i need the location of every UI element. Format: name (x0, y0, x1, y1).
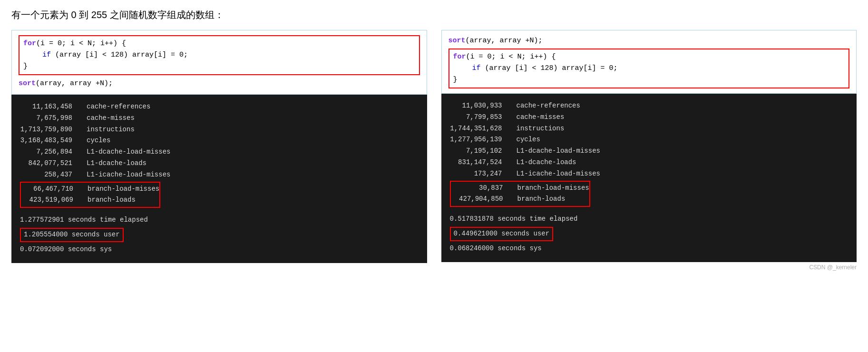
right-terminal-row-1: 11,030,933 cache-references (450, 100, 848, 112)
right-terminal-branch-1: 30,837 branch-load-misses (451, 183, 589, 194)
left-terminal-elapsed: 1.277572901 seconds time elapsed (20, 214, 419, 227)
left-terminal-row-6: 842,077,521 L1-dcache-loads (20, 158, 419, 169)
left-code-box: for(i = 0; i < N; i++) { if (array [i] <… (11, 30, 427, 95)
right-terminal-row-6: 831,147,524 L1-dcache-loads (450, 157, 848, 168)
right-code-red-box: for(i = 0; i < N; i++) { if (array [i] <… (449, 49, 850, 88)
left-terminal-row-2: 7,675,998 cache-misses (20, 113, 419, 124)
right-code-line-3: } (453, 74, 845, 86)
right-terminal-branch-2: 427,904,850 branch-loads (451, 194, 589, 205)
left-terminal-sys: 0.072092000 seconds sys (20, 243, 419, 256)
left-terminal-row-3: 1,713,759,890 instructions (20, 124, 419, 136)
left-code-line-1: for(i = 0; i < N; i++) { (23, 38, 415, 49)
right-terminal-sys: 0.068246000 seconds sys (450, 242, 848, 255)
left-code-line-2: if (array [i] < 128) array[i] = 0; (23, 49, 415, 61)
left-code-red-box: for(i = 0; i < N; i++) { if (array [i] <… (19, 35, 420, 75)
right-terminal-user-box: 0.449621000 seconds user (450, 227, 848, 241)
main-columns: for(i = 0; i < N; i++) { if (array [i] <… (11, 30, 857, 271)
left-terminal-user-box: 1.205554000 seconds user (20, 228, 419, 242)
right-terminal-row-5: 7,195,102 L1-dcache-load-misses (450, 146, 848, 157)
right-code-box: sort(array, array +N); for(i = 0; i < N;… (441, 30, 857, 94)
right-column: sort(array, array +N); for(i = 0; i < N;… (441, 30, 857, 271)
left-terminal-row-4: 3,168,483,549 cycles (20, 135, 419, 147)
left-column: for(i = 0; i < N; i++) { if (array [i] <… (11, 30, 427, 271)
right-terminal-branch-box: 30,837 branch-load-misses 427,904,850 br… (450, 181, 590, 207)
left-terminal-branch-2: 423,519,069 branch-loads (21, 195, 159, 206)
left-sort-line: sort(array, array +N); (19, 78, 420, 89)
left-terminal-row-5: 7,256,894 L1-dcache-load-misses (20, 147, 419, 158)
right-code-line-2: if (array [i] < 128) array[i] = 0; (453, 63, 845, 74)
page-title: 有一个元素为 0 到 255 之间随机数字组成的数组： (11, 9, 857, 21)
left-terminal-user: 1.205554000 seconds user (20, 228, 124, 242)
left-terminal-row-7: 258,437 L1-icache-load-misses (20, 169, 419, 181)
watermark: CSDN @_kerneler (441, 264, 857, 271)
right-terminal-row-4: 1,277,956,139 cycles (450, 134, 848, 146)
right-terminal: 11,030,933 cache-references 7,799,853 ca… (441, 94, 857, 262)
right-terminal-user: 0.449621000 seconds user (450, 227, 554, 241)
right-terminal-row-2: 7,799,853 cache-misses (450, 112, 848, 123)
right-terminal-elapsed: 0.517831878 seconds time elapsed (450, 213, 848, 226)
right-sort-top-line: sort(array, array +N); (449, 35, 850, 47)
left-terminal-row-1: 11,163,458 cache-references (20, 101, 419, 113)
right-code-line-1: for(i = 0; i < N; i++) { (453, 51, 845, 63)
left-terminal-branch-1: 66,467,710 branch-load-misses (21, 184, 159, 195)
left-terminal: 11,163,458 cache-references 7,675,998 ca… (11, 95, 427, 263)
right-terminal-row-3: 1,744,351,628 instructions (450, 123, 848, 135)
left-code-line-3: } (23, 61, 415, 72)
left-terminal-branch-box: 66,467,710 branch-load-misses 423,519,06… (20, 182, 160, 208)
right-terminal-row-7: 173,247 L1-icache-load-misses (450, 168, 848, 180)
